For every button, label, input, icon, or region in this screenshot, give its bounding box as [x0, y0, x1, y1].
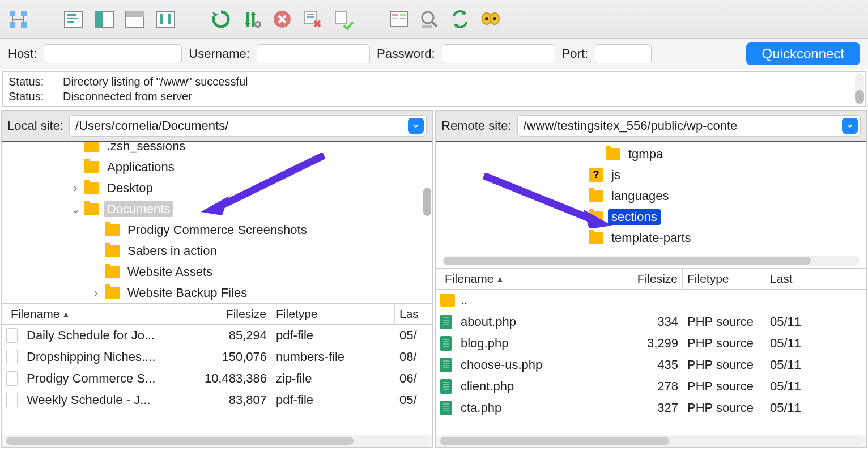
remote-file-list[interactable]: ..about.php334PHP source05/11blog.php3,2…	[436, 290, 866, 435]
file-icon	[6, 393, 18, 407]
tree-item[interactable]: ⌄Documents	[2, 198, 432, 219]
file-size: 10,483,386	[192, 371, 271, 386]
local-tree[interactable]: .zsh_sessionsApplications›Desktop⌄Docume…	[2, 141, 432, 303]
svg-rect-21	[392, 14, 398, 16]
tree-item-label: Applications	[104, 159, 178, 175]
php-file-icon	[440, 336, 452, 351]
tree-item[interactable]: ›Website Backup Files	[2, 282, 432, 303]
column-filename[interactable]: Filename▲	[6, 304, 192, 324]
remote-tree-hscroll[interactable]	[442, 256, 860, 266]
column-filetype[interactable]: Filetype	[683, 269, 765, 289]
local-file-list[interactable]: Daily Schedule for Jo...85,294pdf-file05…	[2, 325, 432, 435]
toggle-local-tree-icon[interactable]	[92, 7, 117, 32]
file-row[interactable]: Weekly Schedule - J...83,807pdf-file05/	[2, 389, 432, 411]
local-path-combo[interactable]: /Users/cornelia/Documents/	[69, 115, 427, 137]
tree-item-label: .zsh_sessions	[104, 141, 189, 154]
toggle-queue-icon[interactable]	[153, 7, 178, 32]
tree-item-label: languages	[608, 188, 673, 204]
php-file-icon	[440, 379, 452, 394]
toggle-remote-tree-icon[interactable]	[122, 7, 147, 32]
local-tree-scrollbar[interactable]	[423, 188, 431, 216]
chevron-right-icon[interactable]: ›	[71, 181, 80, 194]
tree-item[interactable]: Applications	[2, 156, 432, 177]
file-date: 05/	[395, 393, 432, 407]
process-queue-icon[interactable]	[239, 7, 264, 32]
sync-browsing-icon[interactable]	[448, 7, 473, 32]
log-scrollbar[interactable]	[855, 73, 864, 105]
filter-icon[interactable]	[417, 7, 442, 32]
svg-rect-5	[67, 14, 76, 16]
tree-item-label: js	[608, 167, 624, 183]
file-row[interactable]: Daily Schedule for Jo...85,294pdf-file05…	[2, 325, 432, 346]
password-input[interactable]	[442, 44, 555, 63]
chevron-down-icon[interactable]: ⌄	[71, 202, 80, 216]
column-filesize[interactable]: Filesize	[602, 269, 683, 289]
tree-item[interactable]: Website Assets	[2, 261, 432, 282]
file-name: Weekly Schedule - J...	[22, 393, 192, 407]
remote-hscroll[interactable]	[439, 436, 863, 446]
tree-item[interactable]: Prodigy Commerce Screenshots	[2, 219, 432, 240]
remote-path-text: /www/testingsitex_556/public/wp-conte	[524, 118, 843, 133]
tree-item[interactable]: tgmpa	[436, 143, 866, 164]
tree-item-label: Desktop	[104, 180, 156, 196]
reconnect-icon[interactable]	[331, 7, 356, 32]
username-label: Username:	[189, 46, 250, 61]
file-row[interactable]: Dropshipping Niches....150,076numbers-fi…	[2, 346, 432, 368]
folder-icon	[589, 232, 603, 244]
local-hscroll[interactable]	[5, 436, 429, 446]
directory-compare-icon[interactable]	[386, 7, 411, 32]
file-size: 435	[602, 358, 683, 372]
port-input[interactable]	[595, 44, 652, 63]
file-date: 05/11	[765, 336, 866, 351]
file-row[interactable]: client.php278PHP source05/11	[436, 376, 866, 397]
status-label: Status:	[8, 74, 47, 89]
host-input[interactable]	[44, 44, 182, 63]
chevron-right-icon[interactable]: ›	[91, 286, 100, 299]
toggle-log-icon[interactable]	[61, 7, 86, 32]
file-size: 3,299	[602, 336, 683, 351]
tree-item[interactable]: ›Desktop	[2, 177, 432, 198]
local-pane: Local site: /Users/cornelia/Documents/ .…	[1, 110, 433, 448]
column-last[interactable]: Las	[395, 304, 432, 324]
file-size: 85,294	[192, 328, 271, 343]
cancel-icon[interactable]	[270, 7, 295, 32]
tree-item[interactable]: Sabers in action	[2, 240, 432, 261]
tree-item[interactable]: ?js	[436, 164, 866, 185]
file-row[interactable]: Prodigy Commerce S...10,483,386zip-file0…	[2, 368, 432, 389]
svg-rect-17	[307, 14, 314, 15]
tree-item[interactable]: .zsh_sessions	[2, 141, 432, 156]
parent-dir-row[interactable]: ..	[436, 290, 866, 311]
chevron-down-icon[interactable]	[842, 118, 858, 134]
column-filetype[interactable]: Filetype	[271, 304, 395, 324]
refresh-icon[interactable]	[209, 7, 233, 32]
svg-rect-1	[21, 11, 27, 16]
site-manager-icon[interactable]	[6, 7, 31, 32]
file-row[interactable]: cta.php327PHP source05/11	[436, 397, 866, 419]
sort-asc-icon: ▲	[62, 309, 70, 318]
remote-tree[interactable]: tgmpa?jslanguagessectionstemplate-parts	[436, 141, 866, 268]
svg-point-29	[485, 17, 488, 20]
file-date: 06/	[395, 371, 432, 386]
file-type: PHP source	[683, 336, 765, 351]
column-last[interactable]: Last	[765, 269, 866, 289]
column-filesize[interactable]: Filesize	[192, 304, 271, 324]
file-name: ..	[456, 293, 602, 308]
column-filename[interactable]: Filename▲	[440, 269, 602, 289]
file-row[interactable]: blog.php3,299PHP source05/11	[436, 333, 866, 354]
svg-rect-24	[400, 18, 406, 19]
folder-icon	[606, 148, 620, 160]
file-row[interactable]: choose-us.php435PHP source05/11	[436, 354, 866, 376]
tree-item[interactable]: template-parts	[436, 227, 866, 248]
svg-rect-6	[67, 18, 78, 19]
tree-item[interactable]: sections	[436, 206, 866, 227]
username-input[interactable]	[257, 44, 370, 63]
tree-item[interactable]: languages	[436, 185, 866, 206]
chevron-down-icon[interactable]	[408, 118, 424, 134]
file-row[interactable]: about.php334PHP source05/11	[436, 311, 866, 333]
search-remote-icon[interactable]	[478, 7, 503, 32]
remote-path-combo[interactable]: /www/testingsitex_556/public/wp-conte	[517, 115, 861, 137]
file-name: about.php	[456, 314, 602, 329]
disconnect-icon[interactable]	[300, 7, 325, 32]
folder-icon	[105, 245, 120, 257]
quickconnect-button[interactable]: Quickconnect	[746, 42, 860, 65]
